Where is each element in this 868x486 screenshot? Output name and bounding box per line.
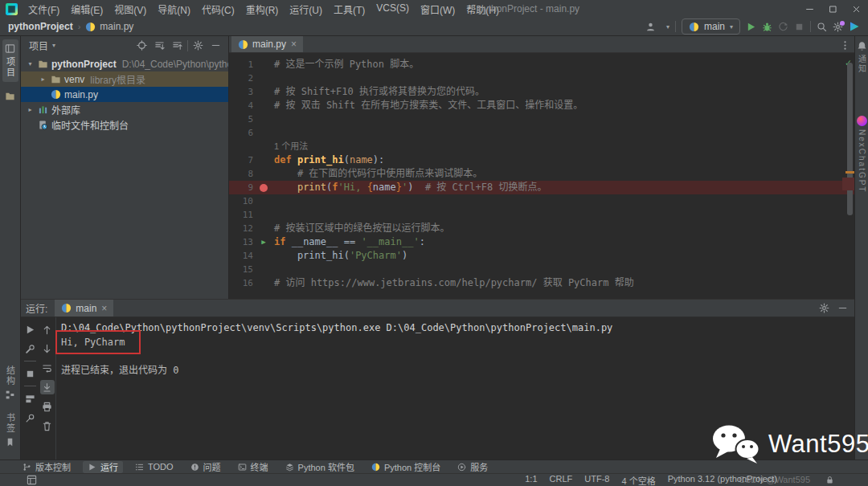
code-text[interactable]: # 在下面的代码行中使用断点来调试脚本。 — [274, 167, 854, 181]
line-number[interactable]: 3 — [229, 85, 253, 99]
status-item-1[interactable]: CRLF — [550, 474, 573, 486]
close-tab-icon[interactable]: × — [101, 303, 107, 314]
tree-item-临时文件和控制台[interactable]: 临时文件和控制台 — [21, 117, 228, 133]
scroll-to-end-icon[interactable] — [40, 380, 55, 394]
prev-occurrence-icon[interactable] — [40, 322, 55, 337]
tree-chevron-icon[interactable]: ▸ — [26, 106, 35, 113]
breakpoint-icon[interactable] — [260, 184, 268, 192]
editor-tab-main-py[interactable]: main.py × — [231, 36, 303, 52]
stripe-project-button[interactable]: 项目 — [2, 39, 18, 82]
tree-item-main.py[interactable]: main.py — [21, 87, 228, 102]
line-number[interactable]: 1 — [229, 58, 253, 71]
menu-item-1[interactable]: 编辑(E) — [65, 0, 108, 18]
code-area[interactable]: 1# 这是一个示例 Python 脚本。23# 按 Shift+F10 执行或将… — [229, 53, 854, 299]
line-number[interactable]: 7 — [229, 153, 253, 167]
close-button[interactable] — [845, 0, 868, 18]
gutter-spacer[interactable] — [253, 153, 274, 167]
menu-item-6[interactable]: 运行(U) — [284, 0, 328, 18]
stop-icon[interactable] — [23, 366, 37, 381]
editor-scrollbar[interactable] — [847, 63, 853, 215]
tree-item-外部库[interactable]: ▸外部库 — [21, 102, 228, 117]
line-number[interactable]: 6 — [229, 126, 253, 140]
line-number[interactable]: 5 — [229, 112, 253, 126]
run-configuration-selector[interactable]: main ▾ — [682, 18, 740, 35]
gutter-spacer[interactable] — [253, 58, 274, 71]
plugin-triangle-logo-icon[interactable] — [849, 21, 860, 32]
gutter-spacer[interactable] — [253, 263, 274, 276]
stripe-folder-button[interactable] — [3, 87, 17, 105]
close-tab-icon[interactable]: × — [291, 39, 297, 50]
tool-window-button-版本控制[interactable]: 版本控制 — [18, 461, 76, 473]
user-account-icon[interactable] — [641, 22, 661, 32]
code-text[interactable]: # 这是一个示例 Python 脚本。 — [274, 58, 854, 71]
print-icon[interactable] — [40, 399, 55, 414]
tool-window-button-服务[interactable]: 服务 — [452, 461, 493, 473]
rerun-icon[interactable] — [23, 322, 37, 337]
code-text[interactable] — [274, 208, 854, 222]
run-line-icon[interactable]: ▶ — [261, 235, 265, 249]
code-text[interactable]: def print_hi(name): — [274, 153, 854, 167]
gutter-spacer[interactable] — [253, 85, 274, 99]
editor-options-icon[interactable] — [839, 39, 850, 51]
edit-configuration-icon[interactable] — [23, 341, 37, 356]
tool-window-button-问题[interactable]: 问题 — [186, 461, 226, 473]
code-text[interactable] — [274, 263, 854, 276]
run-gutter[interactable]: ▶ — [253, 235, 274, 249]
breadcrumb-project[interactable]: pythonProject — [8, 21, 73, 32]
next-occurrence-icon[interactable] — [40, 341, 55, 356]
console-output[interactable]: D:\04_Code\Python\pythonProject\venv\Scr… — [56, 317, 854, 459]
settings-icon[interactable] — [190, 38, 206, 53]
run-settings-gear-icon[interactable] — [817, 301, 831, 316]
code-text[interactable]: # 按 双击 Shift 在所有地方搜索类、文件、工具窗口、操作和设置。 — [274, 99, 854, 112]
menu-item-9[interactable]: 窗口(W) — [415, 0, 461, 18]
code-text[interactable]: if __name__ == '__main__': — [274, 235, 854, 249]
gutter-spacer[interactable] — [253, 99, 274, 112]
stripe-notifications-button[interactable]: 通知 — [856, 39, 868, 76]
write-lock-icon[interactable] — [825, 476, 834, 484]
hide-panel-icon[interactable] — [208, 38, 223, 53]
status-item-2[interactable]: UTF-8 — [584, 474, 609, 486]
tool-window-button-终端[interactable]: 终端 — [233, 461, 273, 473]
maximize-button[interactable] — [821, 0, 845, 18]
line-number[interactable]: 11 — [229, 208, 253, 222]
code-text[interactable] — [274, 126, 854, 140]
tree-item-venv[interactable]: ▸venvlibrary根目录 — [21, 71, 228, 87]
minimize-button[interactable] — [798, 0, 821, 18]
line-number[interactable]: 14 — [229, 249, 253, 263]
gutter-spacer[interactable] — [253, 194, 274, 208]
code-text[interactable] — [274, 71, 854, 85]
line-number[interactable]: 16 — [229, 276, 253, 290]
project-panel-title[interactable]: 项目 — [29, 39, 48, 52]
clear-all-icon[interactable] — [40, 419, 55, 433]
run-tab-main[interactable]: main × — [55, 300, 113, 317]
hide-panel-icon[interactable] — [835, 301, 850, 316]
line-number[interactable]: 13 — [229, 235, 253, 249]
debug-button[interactable] — [762, 22, 772, 32]
pin-tab-icon[interactable] — [23, 410, 37, 425]
status-item-4[interactable]: Python 3.12 (pythonProject) — [668, 474, 777, 486]
line-number[interactable]: 10 — [229, 194, 253, 208]
window-layout-icon[interactable] — [27, 475, 37, 485]
line-number[interactable]: 9 — [229, 181, 253, 194]
code-text[interactable]: # 按装订区域中的绿色按钮以运行脚本。 — [274, 222, 854, 235]
run-button[interactable] — [746, 22, 756, 32]
select-opened-file-icon[interactable] — [134, 38, 149, 53]
usages-inlay-hint[interactable]: 1 个用法 — [274, 140, 854, 153]
gutter-spacer[interactable] — [253, 126, 274, 140]
code-text[interactable] — [274, 112, 854, 126]
search-everywhere-icon[interactable] — [817, 22, 827, 32]
line-number[interactable]: 12 — [229, 222, 253, 235]
menu-item-3[interactable]: 导航(N) — [152, 0, 196, 18]
gutter-spacer[interactable] — [253, 112, 274, 126]
tree-chevron-icon[interactable]: ▾ — [26, 60, 35, 67]
gutter-spacer[interactable] — [253, 208, 274, 222]
tree-item-pythonProject[interactable]: ▾pythonProjectD:\04_Code\Python\pythonPr… — [21, 56, 228, 71]
gutter-spacer[interactable] — [253, 222, 274, 235]
gutter-spacer[interactable] — [253, 167, 274, 181]
code-text[interactable]: print_hi('PyCharm') — [274, 249, 854, 263]
code-text[interactable]: # 访问 https://www.jetbrains.com/help/pych… — [274, 276, 854, 290]
stripe-structure-button[interactable]: 结构 — [2, 361, 18, 404]
gutter-spacer[interactable] — [253, 249, 274, 263]
profiler-button[interactable] — [778, 22, 788, 32]
code-text[interactable] — [274, 194, 854, 208]
